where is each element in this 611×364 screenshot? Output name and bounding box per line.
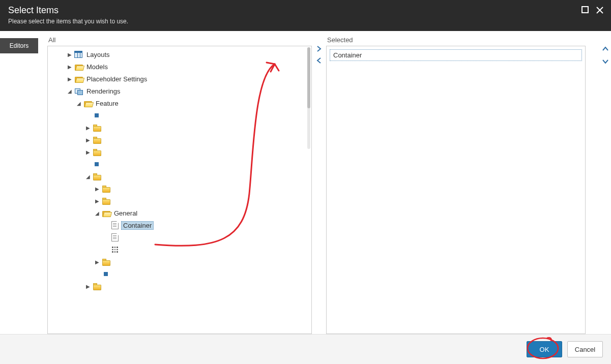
- tree-node-container[interactable]: Container: [48, 219, 311, 231]
- selected-title: Selected: [326, 31, 586, 46]
- maximize-button[interactable]: [581, 6, 589, 16]
- close-button[interactable]: [596, 6, 604, 16]
- layouts-icon: [74, 50, 82, 58]
- tree-label: Placeholder Settings: [84, 75, 149, 83]
- folder-icon: [93, 282, 101, 290]
- folder-icon: [74, 75, 82, 83]
- collapse-toggle[interactable]: ◢: [84, 174, 92, 179]
- item-icon: [93, 160, 101, 168]
- close-icon: [596, 6, 604, 14]
- tree-label: Renderings: [84, 87, 123, 96]
- tree-label: Container: [121, 221, 154, 230]
- tree-node-layouts[interactable]: ▶ Layouts: [48, 48, 311, 60]
- dialog-subtitle: Please select the items that you wish to…: [8, 18, 603, 25]
- tree-node[interactable]: [48, 268, 311, 280]
- tree-node-feature[interactable]: ◢ Feature: [48, 97, 311, 109]
- document-icon: [111, 221, 119, 229]
- collapse-toggle[interactable]: ◢: [75, 101, 82, 106]
- tree-node[interactable]: [48, 109, 311, 122]
- folder-icon: [74, 63, 82, 71]
- expand-toggle[interactable]: ▶: [66, 64, 73, 70]
- tree-node[interactable]: ▶: [48, 280, 311, 292]
- expand-toggle[interactable]: ▶: [84, 284, 92, 289]
- chevron-right-icon: [315, 45, 323, 52]
- expand-toggle[interactable]: ▶: [66, 76, 73, 82]
- sort-controls: [600, 31, 611, 334]
- all-title: All: [47, 31, 312, 46]
- expand-toggle[interactable]: ▶: [84, 149, 92, 155]
- document-icon: [111, 233, 119, 241]
- expand-toggle[interactable]: ▶: [94, 259, 101, 265]
- tree-node-general[interactable]: ◢ General: [48, 207, 311, 219]
- panels: All ▶ Layouts ▶: [38, 31, 611, 334]
- folder-icon: [102, 197, 110, 205]
- chevron-left-icon: [315, 57, 323, 64]
- dialog-footer: OK Cancel: [0, 334, 611, 364]
- cancel-button[interactable]: Cancel: [567, 341, 603, 357]
- chevron-down-icon: [602, 58, 609, 65]
- tree-node[interactable]: ▶: [48, 134, 311, 146]
- scrollbar-thumb[interactable]: [307, 47, 310, 108]
- item-icon: [93, 111, 101, 119]
- side-tabs: Editors: [0, 31, 38, 334]
- selected-item[interactable]: Container: [330, 49, 582, 61]
- chevron-up-icon: [602, 45, 609, 52]
- grid-icon: [111, 246, 119, 254]
- item-icon: [102, 270, 110, 278]
- tree-node[interactable]: [48, 244, 311, 256]
- expand-toggle[interactable]: ▶: [94, 198, 101, 204]
- tree-label: Layouts: [84, 50, 112, 59]
- tree-node[interactable]: ◢: [48, 170, 311, 183]
- expand-toggle[interactable]: ▶: [66, 52, 73, 57]
- transfer-controls: [312, 31, 326, 334]
- renderings-icon: [74, 87, 82, 95]
- select-items-dialog: Select Items Please select the items tha…: [0, 0, 611, 364]
- folder-icon: [93, 172, 101, 180]
- folder-icon: [93, 148, 101, 156]
- move-down-button[interactable]: [602, 58, 609, 67]
- collapse-toggle[interactable]: ◢: [94, 210, 101, 216]
- tree-node[interactable]: ▶: [48, 256, 311, 268]
- folder-icon: [102, 258, 110, 266]
- expand-toggle[interactable]: ▶: [84, 137, 92, 143]
- expand-toggle[interactable]: ▶: [84, 125, 92, 131]
- tree-node[interactable]: ▶: [48, 195, 311, 207]
- expand-toggle[interactable]: ▶: [94, 186, 101, 192]
- tree-node[interactable]: ▶: [48, 183, 311, 195]
- tree-node[interactable]: [48, 231, 311, 244]
- tree-label: Models: [84, 63, 110, 71]
- folder-icon: [102, 209, 110, 217]
- tree-node-models[interactable]: ▶ Models: [48, 60, 311, 73]
- move-up-button[interactable]: [602, 45, 609, 54]
- folder-icon: [102, 185, 110, 193]
- tree-node[interactable]: ▶: [48, 146, 311, 158]
- tree-node[interactable]: [48, 158, 311, 170]
- tree-node-renderings[interactable]: ◢ Renderings: [48, 85, 311, 97]
- add-button[interactable]: [315, 45, 323, 54]
- tree-node-placeholder-settings[interactable]: ▶ Placeholder Settings: [48, 73, 311, 85]
- selected-list-box[interactable]: Container: [326, 46, 586, 334]
- selected-column: Selected Container: [326, 31, 586, 334]
- tab-editors[interactable]: Editors: [0, 38, 38, 53]
- folder-icon: [83, 99, 92, 107]
- dialog-body: Editors All ▶ Layouts: [0, 31, 611, 334]
- square-icon: [581, 6, 589, 13]
- folder-icon: [93, 124, 101, 132]
- tree-label: General: [112, 209, 139, 218]
- dialog-header: Select Items Please select the items tha…: [0, 0, 611, 31]
- all-tree-box[interactable]: ▶ Layouts ▶ Models: [47, 46, 312, 334]
- all-column: All ▶ Layouts ▶: [47, 31, 312, 334]
- dialog-title: Select Items: [8, 5, 603, 16]
- tree-label: Feature: [94, 99, 121, 108]
- folder-icon: [93, 136, 101, 144]
- remove-button[interactable]: [315, 57, 323, 66]
- tree-node[interactable]: ▶: [48, 122, 311, 134]
- collapse-toggle[interactable]: ◢: [66, 88, 73, 94]
- item-tree: ▶ Layouts ▶ Models: [48, 46, 311, 296]
- ok-button[interactable]: OK: [527, 341, 562, 357]
